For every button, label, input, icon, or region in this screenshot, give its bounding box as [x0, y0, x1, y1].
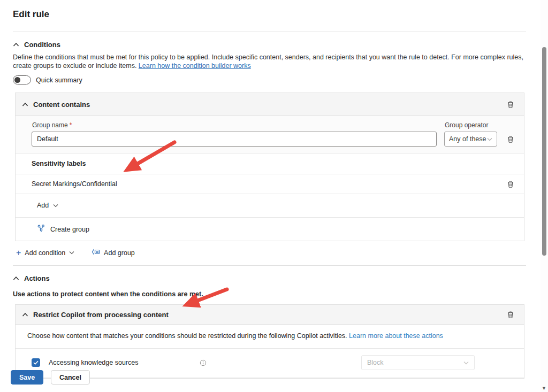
accessing-knowledge-sources-row: Accessing knowledge sources Block — [16, 348, 524, 378]
conditions-description-text: Define the conditions that must be met f… — [13, 53, 523, 70]
actions-description: Use actions to protect content when the … — [13, 290, 526, 298]
quick-summary-label: Quick summary — [36, 76, 82, 84]
conditions-section-header[interactable]: Conditions — [13, 41, 526, 49]
add-row: Add — [16, 194, 524, 217]
condition-builder-link[interactable]: Learn how the condition builder works — [139, 62, 251, 70]
add-label: Add — [37, 202, 49, 209]
quick-summary-toggle[interactable] — [13, 75, 31, 84]
group-name-label: Group name* — [32, 121, 437, 129]
restrict-description-text: Choose how content that matches your con… — [27, 332, 347, 340]
actions-section-header[interactable]: Actions — [13, 274, 526, 282]
content-contains-label: Content contains — [33, 101, 90, 109]
plus-icon: + — [16, 250, 21, 256]
scrollbar-thumb[interactable] — [542, 47, 546, 256]
chevron-down-icon — [53, 204, 58, 207]
add-group-icon — [92, 248, 100, 257]
chevron-down-icon — [69, 251, 74, 255]
restrict-description: Choose how content that matches your con… — [16, 324, 524, 348]
title-divider — [13, 32, 526, 32]
add-group-label: Add group — [104, 249, 135, 257]
content-contains-header[interactable]: Content contains — [16, 93, 524, 116]
accessing-knowledge-sources-checkbox[interactable] — [32, 358, 40, 367]
restrict-copilot-group: Restrict Copilot from processing content… — [15, 304, 524, 379]
actions-section-label: Actions — [24, 274, 50, 282]
block-dropdown: Block — [361, 355, 475, 370]
create-group-icon — [37, 224, 45, 234]
create-group-row: Create group — [16, 217, 524, 241]
restrict-copilot-header[interactable]: Restrict Copilot from processing content — [16, 305, 524, 324]
accessing-knowledge-sources-label: Accessing knowledge sources — [49, 359, 200, 366]
edit-rule-page: Edit rule Conditions Define the conditio… — [0, 0, 548, 392]
create-group-label: Create group — [50, 226, 89, 233]
scrollbar-down-arrow[interactable]: ▼ — [542, 386, 546, 391]
chevron-down-icon — [487, 137, 492, 141]
sensitivity-label-row: Secret Markings/Confidential — [16, 174, 524, 194]
group-form-row: Group name* Group operator Any of these — [16, 116, 524, 153]
vertical-scrollbar[interactable]: ▼ — [541, 0, 548, 392]
group-operator-value: Any of these — [449, 135, 486, 143]
delete-group-button[interactable] — [505, 133, 516, 145]
sensitivity-label-value: Secret Markings/Confidential — [16, 174, 125, 194]
chevron-up-icon — [22, 312, 28, 317]
cancel-button[interactable]: Cancel — [51, 370, 90, 385]
restrict-copilot-label: Restrict Copilot from processing content — [33, 311, 169, 319]
delete-sensitivity-label-button[interactable] — [505, 178, 516, 190]
chevron-up-icon — [13, 276, 19, 281]
toggle-knob — [14, 77, 20, 83]
chevron-up-icon — [22, 102, 28, 107]
required-asterisk: * — [70, 121, 72, 129]
add-dropdown-button[interactable]: Add — [37, 202, 58, 209]
delete-action-button[interactable] — [505, 309, 516, 320]
content-contains-group: Content contains Group name* Group opera… — [15, 93, 524, 241]
delete-condition-button[interactable] — [505, 98, 516, 110]
page-title: Edit rule — [13, 9, 526, 20]
sensitivity-labels-header: Sensitivity labels — [16, 153, 524, 174]
block-dropdown-value: Block — [367, 359, 384, 366]
section-divider — [13, 265, 526, 266]
footer-bar: Save Cancel — [11, 370, 90, 385]
add-condition-button[interactable]: + Add condition — [16, 249, 74, 257]
save-button[interactable]: Save — [11, 370, 43, 385]
info-icon[interactable] — [200, 359, 207, 366]
create-group-button[interactable]: Create group — [37, 224, 89, 234]
add-group-button[interactable]: Add group — [92, 248, 135, 257]
group-operator-label: Group operator — [445, 121, 497, 129]
chevron-down-icon — [463, 359, 469, 366]
group-operator-dropdown[interactable]: Any of these — [444, 132, 497, 147]
conditions-description: Define the conditions that must be met f… — [13, 53, 526, 70]
chevron-up-icon — [13, 42, 19, 47]
add-condition-label: Add condition — [25, 249, 65, 257]
group-name-input[interactable] — [32, 132, 437, 147]
conditions-section-label: Conditions — [24, 41, 60, 49]
learn-more-actions-link[interactable]: Learn more about these actions — [349, 332, 443, 340]
